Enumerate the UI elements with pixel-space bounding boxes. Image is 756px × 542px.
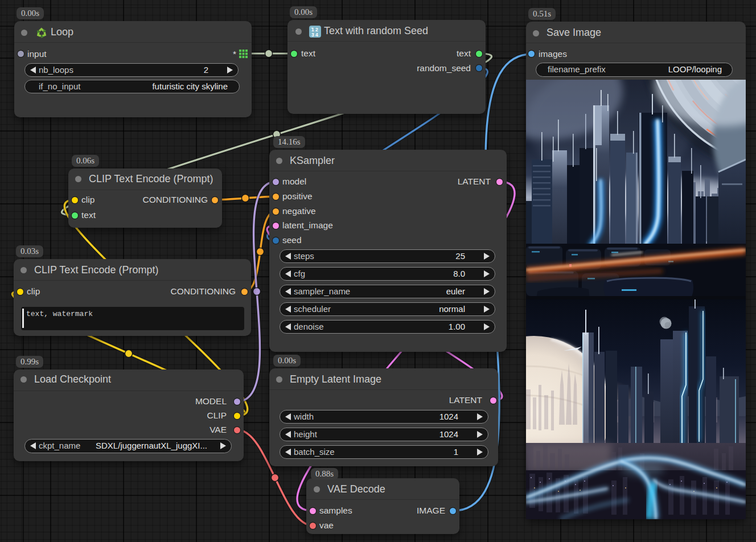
svg-text:3 4: 3 4 xyxy=(311,32,318,38)
